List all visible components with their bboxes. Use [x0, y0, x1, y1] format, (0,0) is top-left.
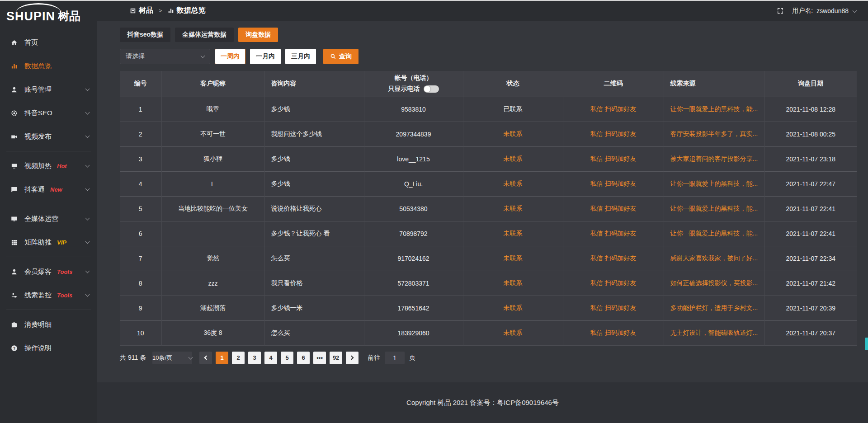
- tab-1[interactable]: 全媒体运营数据: [175, 28, 234, 42]
- page-button-5[interactable]: 5: [281, 352, 293, 364]
- page-button-3[interactable]: 3: [248, 352, 261, 364]
- source-link[interactable]: 感谢大家喜欢我家，被问了好...: [670, 254, 758, 262]
- row-date: 2021-11-07 22:47: [764, 171, 857, 196]
- sidebar-item-media[interactable]: 全媒体运营: [0, 207, 97, 230]
- help-icon: ?: [11, 345, 18, 352]
- qr-scan-add-friend-link[interactable]: 扫码加好友: [604, 254, 636, 262]
- source-link[interactable]: 让你一眼就爱上的黑科技，能...: [670, 180, 758, 187]
- row-account: love__1215: [364, 146, 463, 171]
- qr-scan-add-friend-link[interactable]: 扫码加好友: [604, 304, 636, 311]
- qr-private-message-link[interactable]: 私信: [590, 105, 603, 113]
- fullscreen-icon[interactable]: [777, 7, 784, 14]
- source-link[interactable]: 让你一眼就爱上的黑科技，能...: [670, 105, 758, 113]
- tab-2[interactable]: 询盘数据: [238, 28, 278, 42]
- qr-scan-add-friend-link[interactable]: 扫码加好友: [604, 279, 636, 287]
- row-status: 已联系: [463, 97, 563, 122]
- qr-private-message-link[interactable]: 私信: [590, 205, 603, 212]
- table-row: 1哦章多少钱9583810已联系私信 扫码加好友让你一眼就爱上的黑科技，能...…: [120, 97, 857, 122]
- sidebar-item-help[interactable]: ?操作说明: [0, 336, 97, 360]
- qr-scan-add-friend-link[interactable]: 扫码加好友: [604, 180, 636, 187]
- page-button-2[interactable]: 2: [232, 352, 245, 364]
- sidebar-item-consume[interactable]: 消费明细: [0, 313, 97, 336]
- qr-private-message-link[interactable]: 私信: [590, 279, 603, 287]
- chevron-down-icon: [85, 292, 90, 297]
- sidebar-nav: 首页数据总览账号管理抖音SEO视频发布视频加热Hot抖客通New全媒体运营矩阵助…: [0, 27, 97, 360]
- source-link[interactable]: 让你一眼就爱上的黑科技，能...: [670, 230, 758, 237]
- logo-arc-icon: [16, 3, 61, 12]
- row-account: 50534380: [364, 196, 463, 221]
- source-link[interactable]: 多功能护栏灯，适用于乡村文...: [670, 304, 758, 311]
- qr-scan-add-friend-link[interactable]: 扫码加好友: [604, 205, 636, 212]
- page-size-select[interactable]: 10条/页: [152, 352, 192, 364]
- user-menu[interactable]: 用户名: zswodun88: [792, 7, 856, 15]
- page-button-6[interactable]: 6: [297, 352, 310, 364]
- qr-private-message-link[interactable]: 私信: [590, 230, 603, 237]
- filter-select[interactable]: 请选择: [120, 49, 210, 64]
- sidebar-item-account[interactable]: 账号管理: [0, 78, 97, 101]
- top-edge-line: [0, 0, 868, 1]
- qr-scan-add-friend-link[interactable]: 扫码加好友: [604, 105, 636, 113]
- side-widget[interactable]: [865, 338, 868, 350]
- app-logo[interactable]: SHUPIN 树品: [0, 0, 97, 27]
- search-button[interactable]: 查询: [323, 49, 359, 64]
- page-button-4[interactable]: 4: [264, 352, 277, 364]
- sidebar-item-douketong[interactable]: 抖客通New: [0, 178, 97, 201]
- phone-toggle-label: 只显示电话: [388, 85, 420, 93]
- chevron-down-icon: [85, 269, 90, 273]
- source-link[interactable]: 让你一眼就爱上的黑科技，能...: [670, 205, 758, 212]
- qr-scan-add-friend-link[interactable]: 扫码加好友: [604, 230, 636, 237]
- filter-select-placeholder: 请选择: [126, 52, 145, 61]
- sliders-icon: [11, 292, 18, 299]
- phone-only-toggle[interactable]: [424, 85, 439, 93]
- page-button-92[interactable]: 92: [330, 352, 342, 364]
- sidebar: SHUPIN 树品 首页数据总览账号管理抖音SEO视频发布视频加热Hot抖客通N…: [0, 0, 97, 423]
- qr-scan-add-friend-link[interactable]: 扫码加好友: [604, 155, 636, 162]
- qr-scan-add-friend-link[interactable]: 扫码加好友: [604, 130, 636, 137]
- page-ellipsis-button[interactable]: •••: [313, 352, 326, 364]
- row-content: 怎么买: [264, 246, 364, 271]
- sidebar-item-matrix[interactable]: 矩阵助推VIP: [0, 230, 97, 254]
- source-link[interactable]: 无主灯设计，智能磁吸轨道灯...: [670, 329, 758, 336]
- qr-private-message-link[interactable]: 私信: [590, 329, 603, 336]
- qr-private-message-link[interactable]: 私信: [590, 304, 603, 311]
- next-page-button[interactable]: [346, 352, 359, 364]
- row-account: Q_Liu.: [364, 171, 463, 196]
- row-qr: 私信 扫码加好友: [563, 122, 664, 146]
- tab-0[interactable]: 抖音seo数据: [120, 28, 170, 42]
- sidebar-item-publish[interactable]: 视频发布: [0, 125, 97, 148]
- user-icon: [11, 86, 18, 93]
- prev-page-button[interactable]: [199, 352, 212, 364]
- period-buttons: 一周内一月内三月内: [210, 49, 316, 64]
- column-header-2: 咨询内容: [264, 71, 364, 97]
- qr-scan-add-friend-link[interactable]: 扫码加好友: [604, 329, 636, 336]
- period-button-1[interactable]: 一月内: [250, 49, 281, 64]
- row-source: 如何正确选择投影仪，买投影...: [664, 271, 764, 296]
- breadcrumb-root[interactable]: 树品: [139, 6, 153, 15]
- page-button-1[interactable]: 1: [216, 352, 228, 364]
- sidebar-divider: [6, 151, 91, 151]
- row-status: 未联系: [463, 271, 563, 296]
- table-row: 1036度 8怎么买183929060未联系私信 扫码加好友无主灯设计，智能磁吸…: [120, 320, 857, 345]
- source-link[interactable]: 如何正确选择投影仪，买投影...: [670, 279, 758, 287]
- source-link[interactable]: 被大家追着问的客厅投影分享...: [670, 155, 758, 162]
- qr-private-message-link[interactable]: 私信: [590, 155, 603, 162]
- period-button-0[interactable]: 一周内: [215, 49, 245, 64]
- period-button-2[interactable]: 三月内: [285, 49, 316, 64]
- goto-page-input[interactable]: [385, 352, 405, 364]
- sidebar-item-label: 矩阵助推: [24, 238, 52, 247]
- column-header-title: 帐号（电话）: [368, 74, 459, 82]
- qr-private-message-link[interactable]: 私信: [590, 130, 603, 137]
- sidebar-item-seo[interactable]: 抖音SEO: [0, 101, 97, 125]
- row-account: 572803371: [364, 271, 463, 296]
- sidebar-item-overview[interactable]: 数据总览: [0, 54, 97, 78]
- sidebar-item-clue[interactable]: 线索监控Tools: [0, 283, 97, 307]
- qr-private-message-link[interactable]: 私信: [590, 180, 603, 187]
- sidebar-item-heat[interactable]: 视频加热Hot: [0, 154, 97, 178]
- sidebar-item-home[interactable]: 首页: [0, 31, 97, 54]
- qr-private-message-link[interactable]: 私信: [590, 254, 603, 262]
- row-qr: 私信 扫码加好友: [563, 221, 664, 246]
- row-qr: 私信 扫码加好友: [563, 320, 664, 345]
- sidebar-item-member[interactable]: 会员爆客Tools: [0, 260, 97, 283]
- row-date: 2021-11-07 22:41: [764, 221, 857, 246]
- source-link[interactable]: 客厅安装投影半年多了，真实...: [670, 130, 758, 137]
